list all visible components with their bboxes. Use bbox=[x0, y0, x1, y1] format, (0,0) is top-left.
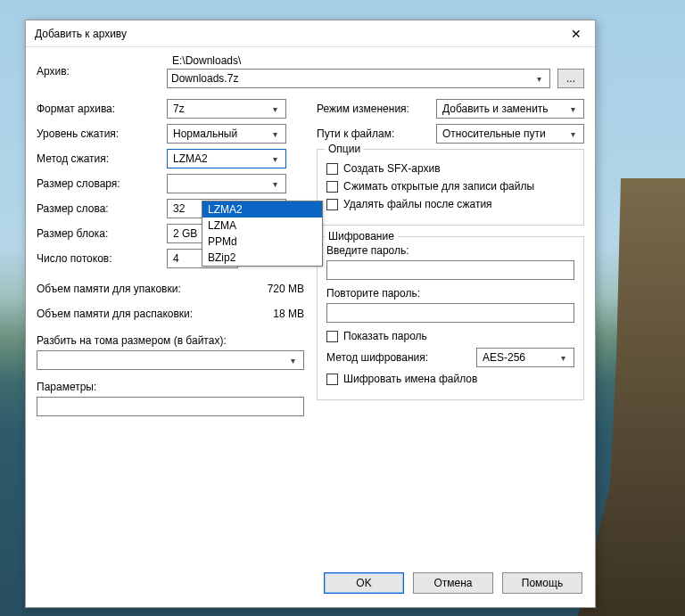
dropdown-option[interactable]: LZMA2 bbox=[202, 201, 322, 218]
browse-button[interactable]: ... bbox=[557, 69, 584, 88]
word-label: Размер слова: bbox=[37, 202, 167, 215]
shared-label: Сжимать открытые для записи файлы bbox=[343, 180, 534, 193]
ok-button[interactable]: OK bbox=[324, 572, 404, 594]
mem-unpack-value: 18 MB bbox=[273, 308, 304, 320]
encryption-method-select[interactable]: AES-256 ▾ bbox=[476, 348, 574, 367]
threads-label: Число потоков: bbox=[37, 252, 167, 265]
encryption-group: Шифрование Введите пароль: Повторите пар… bbox=[317, 236, 584, 400]
archive-label: Архив: bbox=[37, 65, 167, 78]
delete-label: Удалять файлы после сжатия bbox=[343, 198, 492, 210]
dropdown-option[interactable]: PPMd bbox=[202, 234, 322, 250]
encrypt-names-label: Шифровать имена файлов bbox=[343, 373, 477, 385]
block-label: Размер блока: bbox=[37, 227, 167, 240]
close-button[interactable]: ✕ bbox=[565, 25, 588, 43]
options-group-title: Опции bbox=[325, 143, 364, 155]
compression-method-select[interactable]: LZMA2 ▾ bbox=[167, 149, 286, 168]
dict-label: Размер словаря: bbox=[37, 177, 167, 190]
show-password-checkbox[interactable] bbox=[326, 331, 338, 342]
dropdown-option[interactable]: LZMA bbox=[202, 218, 322, 234]
add-to-archive-dialog: Добавить к архиву ✕ Архив: E:\Downloads\… bbox=[25, 20, 596, 608]
encryption-group-title: Шифрование bbox=[325, 230, 398, 242]
help-button[interactable]: Помощь bbox=[502, 572, 582, 594]
chevron-down-icon: ▾ bbox=[268, 127, 282, 141]
enc-method-label: Метод шифрования: bbox=[326, 351, 476, 364]
compression-level-select[interactable]: Нормальный ▾ bbox=[167, 124, 286, 144]
chevron-down-icon: ▾ bbox=[285, 353, 300, 367]
chevron-down-icon: ▾ bbox=[268, 152, 282, 166]
split-label: Разбить на тома размером (в байтах): bbox=[37, 334, 304, 347]
repeat-password-label: Повторите пароль: bbox=[326, 287, 574, 300]
path-mode-label: Пути к файлам: bbox=[317, 127, 424, 140]
chevron-down-icon: ▾ bbox=[268, 177, 282, 191]
params-label: Параметры: bbox=[37, 381, 304, 393]
dictionary-size-select[interactable]: ▾ bbox=[167, 174, 286, 193]
archive-format-select[interactable]: 7z ▾ bbox=[167, 99, 286, 119]
archive-name-value: Downloads.7z bbox=[171, 72, 238, 85]
chevron-down-icon: ▾ bbox=[565, 127, 580, 141]
show-password-label: Показать пароль bbox=[343, 330, 427, 342]
archive-path: E:\Downloads\ bbox=[172, 54, 584, 67]
encrypt-names-checkbox[interactable] bbox=[326, 374, 338, 385]
password-input[interactable] bbox=[326, 260, 574, 280]
enter-password-label: Введите пароль: bbox=[326, 244, 574, 257]
update-mode-label: Режим изменения: bbox=[317, 103, 424, 115]
delete-checkbox[interactable] bbox=[326, 199, 338, 210]
chevron-down-icon: ▾ bbox=[556, 350, 570, 365]
password-repeat-input[interactable] bbox=[326, 303, 574, 323]
method-label: Метод сжатия: bbox=[37, 152, 167, 165]
split-volumes-combo[interactable]: ▾ bbox=[37, 350, 304, 370]
sfx-label: Создать SFX-архив bbox=[343, 162, 441, 175]
compression-method-dropdown[interactable]: LZMA2 LZMA PPMd BZip2 bbox=[202, 201, 323, 267]
dropdown-option[interactable]: BZip2 bbox=[202, 250, 322, 266]
shared-checkbox[interactable] bbox=[326, 181, 338, 193]
button-bar: OK Отмена Помощь bbox=[26, 568, 595, 607]
titlebar: Добавить к архиву ✕ bbox=[26, 21, 595, 47]
chevron-down-icon: ▾ bbox=[268, 102, 282, 116]
chevron-down-icon: ▾ bbox=[565, 102, 580, 116]
dialog-title: Добавить к архиву bbox=[35, 28, 565, 40]
update-mode-select[interactable]: Добавить и заменить ▾ bbox=[436, 99, 584, 119]
parameters-input[interactable] bbox=[37, 397, 304, 416]
cancel-button[interactable]: Отмена bbox=[413, 572, 493, 594]
mem-unpack-label: Объем памяти для распаковки: bbox=[37, 308, 273, 320]
mem-pack-label: Объем памяти для упаковки: bbox=[37, 283, 268, 295]
path-mode-select[interactable]: Относительные пути ▾ bbox=[436, 124, 584, 144]
archive-name-combo[interactable]: Downloads.7z ▾ bbox=[167, 69, 550, 88]
level-label: Уровень сжатия: bbox=[37, 127, 167, 140]
options-group: Опции Создать SFX-архив Сжимать открытые… bbox=[317, 149, 584, 226]
format-label: Формат архива: bbox=[37, 103, 167, 115]
mem-pack-value: 720 MB bbox=[268, 283, 304, 295]
sfx-checkbox[interactable] bbox=[326, 163, 338, 175]
chevron-down-icon: ▾ bbox=[532, 71, 546, 86]
